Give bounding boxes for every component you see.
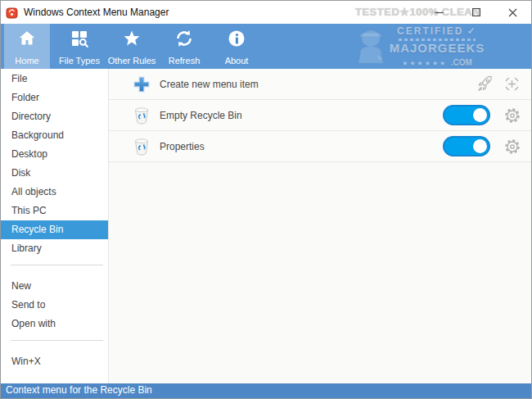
sidebar-item-new[interactable]: New [1,277,108,296]
watermark-brand-text: MAJORGEEKS [389,42,485,55]
sidebar-item-background[interactable]: Background [1,126,108,145]
sidebar-item-desktop[interactable]: Desktop [1,145,108,164]
gear-icon[interactable] [503,107,521,125]
watermark-strip [399,39,476,41]
sidebar-item-open-with[interactable]: Open with [1,315,108,333]
sidebar-divider [11,265,103,265]
sidebar-item-this-pc[interactable]: This PC [1,202,108,220]
toolbar: Home File Types Other Rules [1,24,531,69]
toolbar-label: About [225,56,249,66]
info-icon [227,29,246,52]
sidebar-item-folder[interactable]: Folder [1,88,108,107]
toggle-knob [473,108,487,122]
file-types-icon [70,29,89,52]
sidebar-item-win-x[interactable]: Win+X [1,352,108,371]
star-icon [122,29,142,52]
sidebar-item-recycle-bin[interactable]: Recycle Bin [1,220,108,239]
sidebar-item-file[interactable]: File [1,70,108,88]
menu-item-row-properties[interactable]: Properties [109,131,531,162]
toolbar-button-refresh[interactable]: Refresh [161,24,207,69]
watermark-badge: CERTIFIED ✓ MAJORGEEKS ★★★★★★ .COM [351,24,485,69]
main-panel: Create new menu item [109,69,531,383]
sidebar-item-directory[interactable]: Directory [1,107,108,126]
recycle-bin-icon [132,107,151,125]
toolbar-button-file-types[interactable]: File Types [56,24,102,69]
watermark-stars: ★★★★★★ [402,60,447,67]
window-controls [421,1,531,24]
toolbar-label: Other Rules [108,56,156,66]
create-row-label: Create new menu item [160,79,259,90]
title-bar: Windows Context Menu Manager TESTED★100%… [1,1,531,24]
toolbar-label: Home [15,56,38,66]
menu-item-label: Empty Recycle Bin [160,110,242,121]
status-bar: Context menu for the Recycle Bin [1,383,531,398]
toolbar-button-about[interactable]: About [214,24,259,69]
gear-icon[interactable] [503,138,521,156]
sidebar-item-disk[interactable]: Disk [1,164,108,183]
check-icon: ✓ [467,25,477,37]
refresh-icon [174,29,194,52]
window-body: File Folder Directory Background Desktop… [1,69,531,383]
status-text: Context menu for the Recycle Bin [6,384,152,396]
sidebar-item-all-objects[interactable]: All objects [1,183,108,202]
sidebar-item-send-to[interactable]: Send to [1,296,108,315]
sidebar-item-library[interactable]: Library [1,239,108,258]
app-icon [6,7,18,19]
toolbar-button-home[interactable]: Home [4,24,50,69]
app-window: Windows Context Menu Manager TESTED★100%… [0,0,532,399]
window-title: Windows Context Menu Manager [24,7,169,18]
home-icon [17,29,37,52]
toggle-switch[interactable] [443,136,490,156]
watermark-certified-text: CERTIFIED [397,25,463,37]
recycle-bin-icon [132,138,151,156]
menu-item-label: Properties [160,141,205,152]
toggle-switch[interactable] [443,105,490,125]
close-button[interactable] [494,1,531,24]
plus-icon [132,75,151,94]
watermark-mascot-icon [351,25,389,68]
create-new-menu-item-row[interactable]: Create new menu item [109,69,531,100]
sidebar: File Folder Directory Background Desktop… [1,69,109,383]
toolbar-button-other-rules[interactable]: Other Rules [109,24,155,69]
target-plus-icon[interactable] [503,75,521,93]
watermark-com-text: .COM [451,58,472,67]
rocket-icon[interactable] [476,75,494,93]
toolbar-label: Refresh [169,56,201,66]
toolbar-label: File Types [59,56,100,66]
toggle-knob [473,139,487,153]
sidebar-divider [11,340,103,341]
maximize-button[interactable] [458,1,494,24]
menu-item-row-empty-recycle-bin[interactable]: Empty Recycle Bin [109,100,531,131]
minimize-button[interactable] [421,1,458,24]
